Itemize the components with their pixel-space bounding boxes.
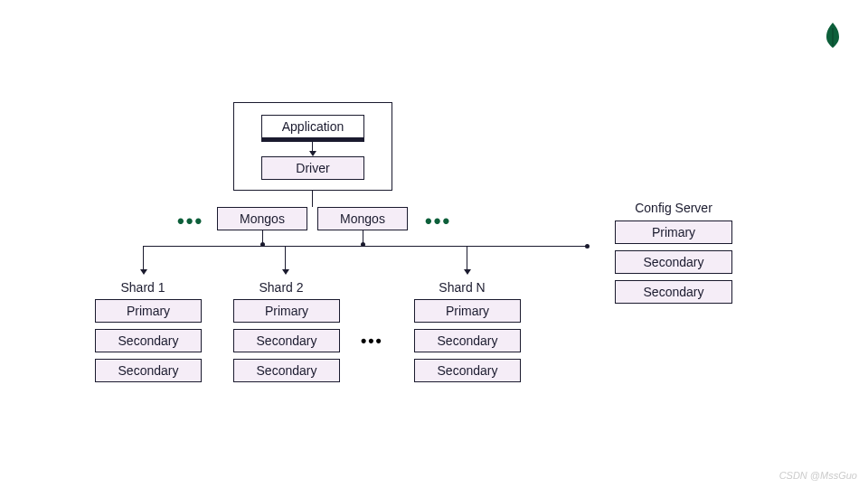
mongos-box-1: Mongos bbox=[217, 207, 307, 230]
driver-box: Driver bbox=[261, 156, 364, 180]
ellipsis-right: ••• bbox=[425, 210, 451, 233]
application-box: Application bbox=[261, 115, 364, 138]
mongos-box-2: Mongos bbox=[317, 207, 408, 230]
mongodb-leaf-icon bbox=[825, 23, 841, 48]
application-label: Application bbox=[282, 119, 344, 134]
ellipsis-left: ••• bbox=[177, 210, 203, 233]
shardn-secondary2: Secondary bbox=[414, 359, 521, 382]
config-server-title: Config Server bbox=[615, 201, 732, 215]
shardn-title: Shard N bbox=[414, 280, 510, 295]
connector-shard2 bbox=[285, 246, 286, 271]
shard2-title: Shard 2 bbox=[233, 280, 329, 295]
shard1-secondary1: Secondary bbox=[95, 329, 202, 352]
shard2-secondary2: Secondary bbox=[233, 359, 340, 382]
config-secondary2: Secondary bbox=[615, 280, 732, 304]
horizontal-bus bbox=[143, 246, 588, 247]
dot-config bbox=[585, 244, 590, 249]
arrow-shard2 bbox=[282, 269, 289, 275]
connector-shard1 bbox=[143, 246, 144, 271]
shard2-primary: Primary bbox=[233, 299, 340, 323]
application-underline bbox=[261, 138, 364, 142]
shard1-title: Shard 1 bbox=[95, 280, 191, 295]
app-driver-arrow bbox=[309, 151, 316, 156]
shard1-secondary2: Secondary bbox=[95, 359, 202, 382]
mongos-label-1: Mongos bbox=[240, 211, 285, 226]
config-primary: Primary bbox=[615, 221, 732, 244]
connector-app-mongos-v bbox=[312, 191, 313, 207]
driver-label: Driver bbox=[296, 161, 329, 175]
config-secondary1: Secondary bbox=[615, 250, 732, 274]
shard1-primary: Primary bbox=[95, 299, 202, 323]
watermark: CSDN @MssGuo bbox=[779, 470, 857, 481]
shardn-secondary1: Secondary bbox=[414, 329, 521, 352]
shard2-secondary1: Secondary bbox=[233, 329, 340, 352]
arrow-shardn bbox=[464, 269, 471, 275]
arrow-shard1 bbox=[140, 269, 147, 275]
ellipsis-shards: ••• bbox=[361, 332, 383, 351]
connector-shardn bbox=[467, 246, 467, 271]
shardn-primary: Primary bbox=[414, 299, 521, 323]
mongos-label-2: Mongos bbox=[340, 211, 385, 226]
